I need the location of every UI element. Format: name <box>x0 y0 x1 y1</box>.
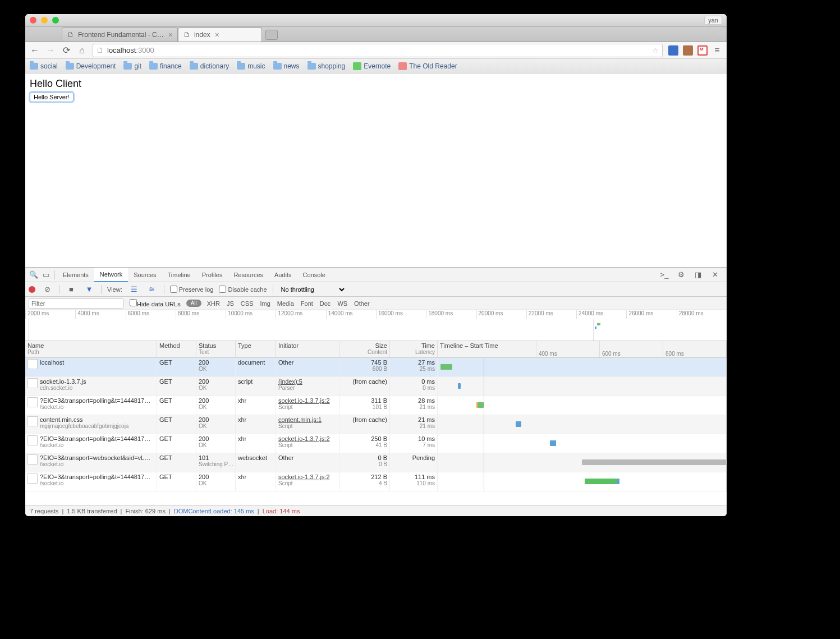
hide-data-urls-checkbox[interactable]: Hide data URLs <box>130 299 181 307</box>
network-request-row[interactable]: ?EIO=3&transport=websocket&sid=vL_-Xl…/s… <box>25 453 727 472</box>
new-tab-button[interactable] <box>265 30 278 40</box>
resource-icon <box>27 435 38 445</box>
column-status[interactable]: StatusText <box>196 341 236 357</box>
request-initiator[interactable]: content.min.js:1 <box>278 416 322 423</box>
filter-type[interactable]: WS <box>337 300 347 307</box>
bookmark-star-icon[interactable]: ☆ <box>652 46 659 54</box>
filter-type[interactable]: Font <box>301 300 313 307</box>
request-time: Pending <box>412 454 435 461</box>
separator <box>273 285 273 294</box>
filter-type[interactable]: Img <box>260 300 270 307</box>
bookmark-item[interactable]: social <box>30 62 58 70</box>
bookmark-item[interactable]: music <box>237 62 265 70</box>
close-tab-icon[interactable]: × <box>168 30 173 39</box>
address-bar[interactable]: 🗋 localhost:3000 ☆ <box>93 44 663 57</box>
filter-type[interactable]: CSS <box>241 300 254 307</box>
waterfall-view-icon[interactable]: ≋ <box>146 285 158 293</box>
drawer-toggle-icon[interactable]: >_ <box>658 270 671 279</box>
record-button[interactable] <box>29 286 35 293</box>
extension-icon[interactable] <box>668 45 678 56</box>
filter-type[interactable]: Doc <box>320 300 331 307</box>
grid-line <box>663 341 663 357</box>
bookmark-item[interactable]: Evernote <box>353 62 391 70</box>
devtools-panel-tab[interactable]: Network <box>94 268 128 282</box>
network-request-row[interactable]: ?EIO=3&transport=polling&t=14448179…/soc… <box>25 396 727 415</box>
bookmark-item[interactable]: git <box>123 62 141 70</box>
preserve-log-checkbox[interactable]: Preserve log <box>170 286 214 293</box>
grid-line <box>726 341 727 357</box>
throttling-select[interactable]: No throttling <box>279 286 346 293</box>
column-name[interactable]: NamePath <box>25 341 157 357</box>
devtools-panel-tab[interactable]: Sources <box>128 268 162 282</box>
dock-icon[interactable]: ◨ <box>692 270 704 279</box>
zoom-window-button[interactable] <box>52 17 59 24</box>
close-window-button[interactable] <box>30 17 36 24</box>
column-initiator[interactable]: Initiator <box>276 341 339 357</box>
network-request-row[interactable]: ?EIO=3&transport=polling&t=14448179…/soc… <box>25 434 727 453</box>
filter-type[interactable]: Other <box>354 300 370 307</box>
request-initiator[interactable]: socket.io-1.3.7.js:2 <box>278 397 330 404</box>
disable-cache-checkbox[interactable]: Disable cache <box>219 286 267 293</box>
bookmark-label: dictionary <box>200 62 229 70</box>
bookmark-item[interactable]: news <box>273 62 300 70</box>
forward-button[interactable]: → <box>45 45 56 56</box>
filter-icon[interactable]: ▼ <box>83 285 95 293</box>
column-time[interactable]: TimeLatency <box>390 341 438 357</box>
home-button[interactable]: ⌂ <box>77 45 87 56</box>
devtools-panel-tab[interactable]: Timeline <box>162 268 196 282</box>
waterfall-cell <box>438 358 727 376</box>
request-latency: 110 ms <box>392 480 435 486</box>
device-mode-icon[interactable]: ▭ <box>40 270 52 279</box>
network-request-row[interactable]: ?EIO=3&transport=polling&t=14448179…/soc… <box>25 472 727 491</box>
bookmark-item[interactable]: The Old Reader <box>398 62 457 70</box>
bookmark-item[interactable]: finance <box>149 62 182 70</box>
large-rows-icon[interactable]: ☰ <box>128 285 140 293</box>
request-status-text: Switching P… <box>199 461 233 467</box>
close-devtools-icon[interactable]: ✕ <box>709 270 721 279</box>
request-initiator[interactable]: socket.io-1.3.7.js:2 <box>278 435 330 442</box>
column-timeline[interactable]: Timeline – Start Time400 ms600 ms800 ms1… <box>438 341 727 357</box>
devtools-panel-tab[interactable]: Audits <box>269 268 297 282</box>
filter-type[interactable]: JS <box>227 300 234 307</box>
capture-screenshots-icon[interactable]: ■ <box>65 285 77 293</box>
network-request-row[interactable]: socket.io-1.3.7.jscdn.socket.ioGET200OKs… <box>25 377 727 396</box>
filter-input[interactable] <box>29 298 124 309</box>
devtools-panel-tab[interactable]: Console <box>297 268 331 282</box>
extension-icon[interactable] <box>683 45 693 56</box>
bookmark-item[interactable]: Development <box>66 62 116 70</box>
column-type[interactable]: Type <box>236 341 276 357</box>
request-initiator[interactable]: socket.io-1.3.7.js:2 <box>278 473 330 480</box>
hello-server-button[interactable]: Hello Server! <box>30 92 74 102</box>
settings-icon[interactable]: ⚙ <box>675 270 687 279</box>
browser-tab[interactable]: 🗋Frontend Fundamental - C…× <box>62 27 178 42</box>
filter-type[interactable]: Media <box>277 300 294 307</box>
network-request-row[interactable]: content.min.cssmgijmajocgfcbeboacabfgobm… <box>25 415 727 434</box>
gmail-icon[interactable]: M <box>697 45 708 56</box>
reload-button[interactable]: ⟳ <box>61 45 71 56</box>
clear-button[interactable]: ⊘ <box>41 285 53 293</box>
waterfall-cell <box>438 453 727 472</box>
filter-all-pill[interactable]: All <box>186 300 201 307</box>
back-button[interactable]: ← <box>30 45 40 56</box>
request-latency: 7 ms <box>392 442 435 448</box>
menu-button[interactable]: ≡ <box>712 45 722 56</box>
devtools-panel-tab[interactable]: Elements <box>57 268 94 282</box>
request-initiator-sub: Script <box>278 480 337 486</box>
bookmark-item[interactable]: dictionary <box>190 62 229 70</box>
column-method[interactable]: Method <box>157 341 196 357</box>
minimize-window-button[interactable] <box>41 17 48 24</box>
inspect-icon[interactable]: 🔍 <box>27 270 40 279</box>
filter-type[interactable]: XHR <box>207 300 220 307</box>
browser-tab[interactable]: 🗋index× <box>178 27 262 42</box>
close-tab-icon[interactable]: × <box>215 30 219 39</box>
request-name: localhost <box>40 359 64 366</box>
profile-badge[interactable]: yan <box>704 16 722 25</box>
devtools-panel-tab[interactable]: Profiles <box>196 268 228 282</box>
request-time: 111 ms <box>415 473 435 480</box>
column-size[interactable]: SizeContent <box>339 341 390 357</box>
network-request-row[interactable]: localhostGET200OKdocumentOther745 B600 B… <box>25 358 727 377</box>
bookmark-item[interactable]: shopping <box>307 62 346 70</box>
devtools-panel-tab[interactable]: Resources <box>228 268 269 282</box>
request-initiator[interactable]: (index):5 <box>278 378 302 385</box>
overview-timeline[interactable]: 2000 ms4000 ms6000 ms8000 ms10000 ms1200… <box>25 310 727 341</box>
